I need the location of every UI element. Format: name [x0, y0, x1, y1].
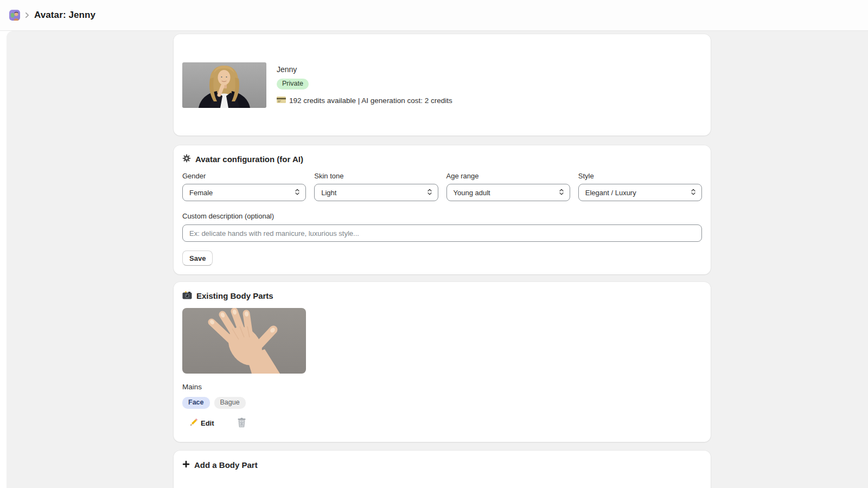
skin-tone-value: Light [321, 189, 336, 197]
breadcrumb-chevron-icon [25, 12, 29, 18]
style-value: Elegant / Luxury [585, 189, 636, 197]
description-label: Custom description (optional) [182, 212, 702, 220]
description-input[interactable] [182, 224, 702, 242]
body-part-photo [182, 308, 306, 374]
updown-stepper-icon [427, 188, 432, 197]
field-skin-tone: Skin tone Light [314, 172, 438, 201]
edit-label: Edit [201, 419, 214, 427]
skin-tone-label: Skin tone [314, 172, 438, 180]
style-select[interactable]: Elegant / Luxury [578, 184, 702, 201]
avatar-photo [182, 62, 266, 108]
visibility-badge: Private [277, 79, 309, 89]
updown-stepper-icon [691, 188, 696, 197]
top-bar: Avatar: Jenny [0, 0, 868, 31]
add-body-part-title: Add a Body Part [194, 460, 258, 470]
field-age-range: Age range Young adult [446, 172, 570, 201]
page-title: Avatar: Jenny [34, 10, 95, 21]
style-label: Style [578, 172, 702, 180]
avatar-config-card: Avatar configuration (for AI) Gender Fem… [174, 145, 711, 274]
config-card-title: Avatar configuration (for AI) [195, 155, 303, 164]
gender-label: Gender [182, 172, 306, 180]
plus-icon [182, 460, 190, 470]
pencil-icon [190, 418, 198, 428]
edit-body-part-button[interactable]: Edit [190, 418, 214, 428]
avatar-name: Jenny [277, 65, 452, 74]
add-body-part-card[interactable]: Add a Body Part [174, 451, 711, 488]
body-parts-card: Existing Body Parts [174, 282, 711, 442]
avatar-app-icon[interactable] [9, 10, 20, 21]
skin-tone-select[interactable]: Light [314, 184, 438, 201]
age-range-value: Young adult [454, 189, 490, 197]
tag-face: Face [182, 397, 210, 409]
trash-icon [237, 418, 246, 429]
body-part-name: Mains [182, 383, 702, 391]
app-surface: Jenny Private 192 credits available | AI… [7, 31, 868, 488]
gender-value: Female [189, 189, 213, 197]
field-gender: Gender Female [182, 172, 306, 201]
gender-select[interactable]: Female [182, 184, 306, 201]
camera-icon [182, 291, 192, 301]
updown-stepper-icon [295, 188, 300, 197]
age-range-label: Age range [446, 172, 570, 180]
save-button[interactable]: Save [182, 251, 213, 266]
tag-bague: Bague [214, 397, 246, 409]
gear-icon [182, 154, 191, 164]
delete-body-part-button[interactable] [237, 418, 246, 429]
field-style: Style Elegant / Luxury [578, 172, 702, 201]
avatar-profile-card: Jenny Private 192 credits available | AI… [174, 34, 711, 136]
credit-card-icon [277, 97, 286, 105]
credits-text: 192 credits available | AI generation co… [289, 97, 452, 105]
body-parts-title: Existing Body Parts [196, 291, 273, 300]
age-range-select[interactable]: Young adult [446, 184, 570, 201]
updown-stepper-icon [559, 188, 564, 197]
